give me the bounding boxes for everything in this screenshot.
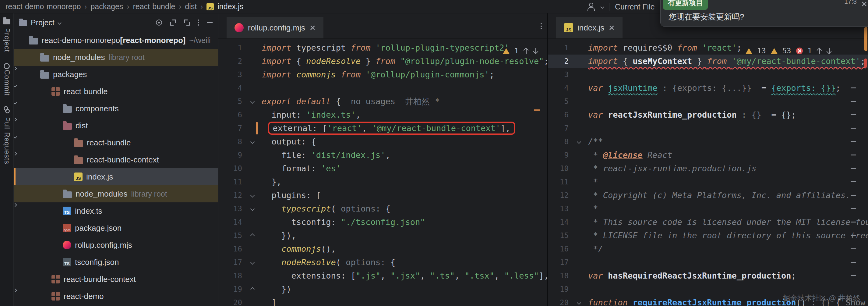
inspection-widget[interactable]: 13 53 1 xyxy=(746,44,832,58)
breadcrumb-item[interactable]: packages xyxy=(90,2,123,11)
tree-row-react-bundle[interactable]: react-bundle xyxy=(14,134,218,151)
code-line-1[interactable]: 1import typescript from 'rollup-plugin-t… xyxy=(218,41,547,55)
code-line-6[interactable]: 6var reactJsxRuntime_production : {} = {… xyxy=(548,108,868,121)
panel-title[interactable]: Project xyxy=(31,18,55,27)
code-line-14[interactable]: 14 * This source code is licensed under … xyxy=(548,216,868,229)
tab-index-js[interactable]: JS index.js xyxy=(556,17,622,38)
locate-file-icon[interactable] xyxy=(156,20,162,26)
code-line-9[interactable]: 9 * @license React xyxy=(548,148,868,162)
run-configuration-label[interactable]: Current File xyxy=(615,2,655,11)
tree-row-index-js[interactable]: JSindex.js xyxy=(14,168,218,185)
code-line-14[interactable]: 14 tsconfig: "./tsconfig.json" xyxy=(218,216,547,229)
more-options-icon[interactable] xyxy=(198,20,199,26)
code-line-11[interactable]: 11 * xyxy=(548,175,868,189)
tree-row-react-bundle-context[interactable]: react-bundle-context xyxy=(14,271,218,288)
fold-icon[interactable] xyxy=(250,193,255,197)
hide-panel-icon[interactable] xyxy=(207,22,213,23)
code-line-2[interactable]: 2import { nodeResolve } from "@rollup/pl… xyxy=(218,55,547,68)
code-line-5[interactable]: 5export default { no usages 井柏然 * xyxy=(218,95,547,108)
tree-row-react-demo-monorepo[interactable]: react-demo-monorepo [react-monorepo]~/we… xyxy=(14,32,218,49)
tree-row-components[interactable]: components xyxy=(14,100,218,117)
inspection-widget[interactable]: 1 xyxy=(503,44,538,58)
fold-icon[interactable] xyxy=(250,206,255,211)
close-tab-icon[interactable] xyxy=(609,25,615,31)
code-line-17[interactable]: 17 xyxy=(548,256,868,269)
editor-right[interactable]: 13 53 1 1import require$$0 from 'react';… xyxy=(548,39,868,306)
breadcrumb-item[interactable]: dist xyxy=(185,2,197,11)
code-line-5[interactable]: 5 xyxy=(548,95,868,108)
more-tabs-icon[interactable] xyxy=(540,23,542,29)
tree-row-dist[interactable]: dist xyxy=(14,117,218,134)
fold-icon[interactable] xyxy=(577,301,581,305)
fold-icon[interactable] xyxy=(250,287,255,291)
fold-icon[interactable] xyxy=(250,260,255,265)
code-line-13[interactable]: 13 * xyxy=(548,202,868,216)
code-line-3[interactable]: 3 xyxy=(548,68,868,81)
code-line-7[interactable]: 7 external: ['react', '@my/react-bundle-… xyxy=(218,121,547,135)
next-problem-icon[interactable] xyxy=(827,48,832,54)
editor-left[interactable]: 1 1import typescript from 'rollup-plugin… xyxy=(218,39,547,306)
tree-row-react-demo[interactable]: react-demo xyxy=(14,288,218,305)
tree-row-tsconfig-json[interactable]: TStsconfig.json xyxy=(14,254,218,271)
prev-problem-icon[interactable] xyxy=(817,48,822,54)
expand-icon[interactable] xyxy=(170,20,176,26)
tree-row-packages[interactable]: packages xyxy=(14,66,218,83)
close-notification-icon[interactable] xyxy=(861,1,867,7)
code-line-6[interactable]: 6 input: 'index.ts', xyxy=(218,108,547,121)
tab-rollup-config[interactable]: rollup.config.mjs xyxy=(226,17,323,38)
tab-bar-left: rollup.config.mjs xyxy=(218,13,547,39)
scrollbar-thumb[interactable] xyxy=(864,27,867,51)
breadcrumb-item[interactable]: react-bundle xyxy=(133,2,175,11)
chevron-down-icon[interactable] xyxy=(600,5,604,9)
code-line-8[interactable]: 8/** xyxy=(548,135,868,148)
fold-icon[interactable] xyxy=(250,140,255,144)
code-line-8[interactable]: 8 output: { xyxy=(218,135,547,148)
tree-row-node-modules[interactable]: node_moduleslibrary root xyxy=(14,185,218,202)
fold-icon[interactable] xyxy=(250,100,255,104)
code-line-16[interactable]: 16 */ xyxy=(548,242,868,256)
code-line-17[interactable]: 17 nodeResolve( options: { xyxy=(218,256,547,269)
code-line-9[interactable]: 9 file: 'dist/index.js', xyxy=(218,148,547,162)
code-token: , xyxy=(420,271,430,280)
collaboration-icon[interactable] xyxy=(586,2,595,11)
collapse-icon[interactable] xyxy=(184,20,190,26)
stripe-item-pull-requests[interactable]: Pull Requests xyxy=(3,106,11,164)
stripe-item-commit[interactable]: Commit xyxy=(3,62,11,96)
code-line-20[interactable]: 20 ] xyxy=(218,296,547,306)
breadcrumb-item[interactable]: react-demo-monorepo xyxy=(5,2,81,11)
code-line-4[interactable]: 4 xyxy=(218,81,547,95)
fold-icon[interactable] xyxy=(577,140,581,144)
tree-row-package-json[interactable]: npmpackage.json xyxy=(14,219,218,237)
code-line-10[interactable]: 10 * react-jsx-runtime.production.js xyxy=(548,162,868,175)
code-line-19[interactable]: 19 }) xyxy=(218,282,547,296)
code-line-12[interactable]: 12 plugins: [ xyxy=(218,189,547,202)
code-line-4[interactable]: 4var jsxRuntime : {exports: {...}} = {ex… xyxy=(548,81,868,95)
code-line-15[interactable]: 15 * LICENSE file in the root directory … xyxy=(548,229,868,242)
tree-item-label: dist xyxy=(75,121,88,131)
code-line-11[interactable]: 11 }, xyxy=(218,175,547,189)
code-line-10[interactable]: 10 format: 'es' xyxy=(218,162,547,175)
code-line-3[interactable]: 3import commonjs from '@rollup/plugin-co… xyxy=(218,68,547,81)
stripe-item-project[interactable]: Project xyxy=(3,17,11,52)
tree-row-index-ts[interactable]: TSindex.ts xyxy=(14,202,218,219)
chevron-down-icon[interactable] xyxy=(58,21,62,25)
code-line-12[interactable]: 12 * Copyright (c) Meta Platforms, Inc. … xyxy=(548,189,868,202)
close-tab-icon[interactable] xyxy=(309,25,315,31)
tree-row-node-modules[interactable]: node_moduleslibrary root xyxy=(14,49,218,66)
next-problem-icon[interactable] xyxy=(533,48,538,54)
code-line-16[interactable]: 16 commonjs(), xyxy=(218,242,547,256)
prev-problem-icon[interactable] xyxy=(524,48,528,54)
line-number: 10 xyxy=(218,162,247,175)
code-token: * xyxy=(588,177,598,187)
tree-row-react-bundle-context[interactable]: react-bundle-context xyxy=(14,151,218,168)
code-line-13[interactable]: 13 typescript( options: { xyxy=(218,202,547,216)
code-line-15[interactable]: 15 }), xyxy=(218,229,547,242)
code-line-18[interactable]: 18 extensions: [".js", ".jsx", ".ts", ".… xyxy=(218,269,547,282)
code-line-7[interactable]: 7 xyxy=(548,121,868,135)
fold-icon[interactable] xyxy=(250,233,255,238)
breadcrumb-item[interactable]: index.js xyxy=(217,2,243,11)
code-line-18[interactable]: 18var hasRequiredReactJsxRuntime_product… xyxy=(548,269,868,282)
js-file-icon: JS xyxy=(207,3,214,10)
tree-row-rollup-config-mjs[interactable]: rollup.config.mjs xyxy=(14,237,218,254)
tree-row-react-bundle[interactable]: react-bundle xyxy=(14,83,218,100)
